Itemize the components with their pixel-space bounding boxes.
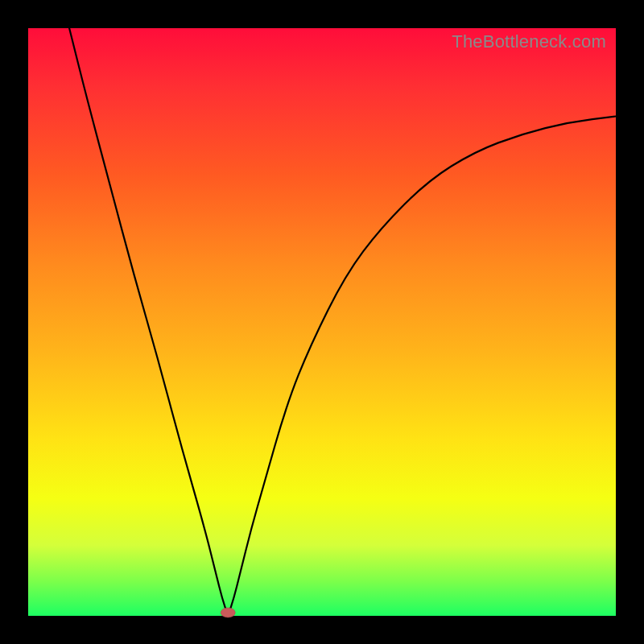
min-marker [221, 608, 235, 617]
chart-frame: TheBottleneck.com [0, 0, 644, 644]
bottleneck-curve [28, 28, 616, 616]
plot-area: TheBottleneck.com [28, 28, 616, 616]
curve-path [69, 28, 616, 612]
